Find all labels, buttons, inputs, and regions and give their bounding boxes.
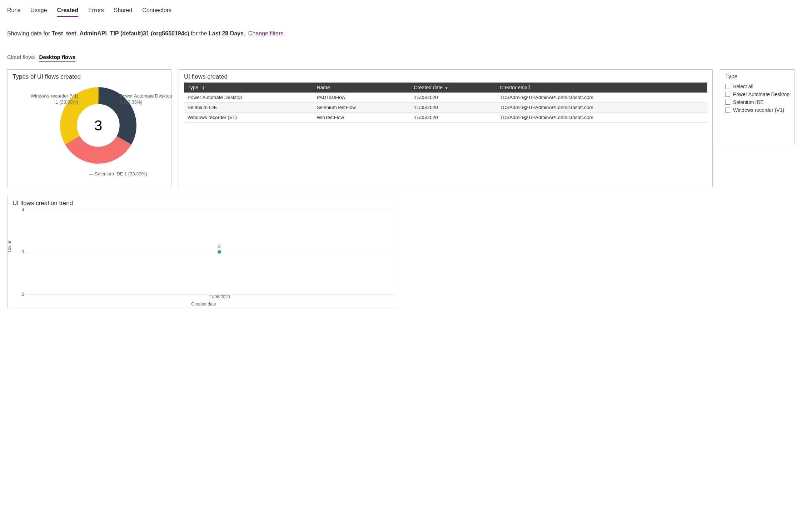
y-axis-label: Count <box>7 240 12 252</box>
cell-name: PADTestFlow <box>313 93 410 103</box>
cell-type: Power Automate Desktop <box>184 93 313 103</box>
donut-label-tick <box>89 170 94 175</box>
donut-label-pad-line2: 1 (33.33%) <box>120 99 143 105</box>
y-tick-2: 2 <box>22 292 24 297</box>
sub-tab-cloud-flows[interactable]: Cloud flows <box>7 54 35 62</box>
filter-mid: for the <box>189 30 209 36</box>
col-header-type[interactable]: Type ▲▼ <box>184 83 313 93</box>
col-header-created-label: Created date <box>414 85 443 90</box>
filter-option-power-automate-desktop[interactable]: Power Automate Desktop <box>725 90 789 98</box>
filter-suffix: . <box>244 30 247 36</box>
checkbox-icon[interactable] <box>725 100 730 105</box>
card-title-types: Types of UI flows created <box>13 73 166 80</box>
cell-email: TCSAdmin@TIPAdminAPI.onmicrosoft.com <box>496 113 707 123</box>
x-axis-label: Created date <box>191 302 216 307</box>
filter-option-select-all[interactable]: Select all <box>725 83 789 90</box>
tab-created[interactable]: Created <box>57 5 79 17</box>
flow-type-tabs: Cloud flows Desktop flows <box>7 54 795 62</box>
y-tick-3: 3 <box>22 249 24 254</box>
ui-flows-table: Type ▲▼ Name Created date ▾ Creator emai… <box>184 83 707 123</box>
cell-name: SeleniumTestFlow <box>313 103 410 113</box>
checkbox-icon[interactable] <box>725 108 730 113</box>
col-header-type-label: Type <box>188 85 198 90</box>
col-header-name[interactable]: Name <box>313 83 410 93</box>
tab-errors[interactable]: Errors <box>88 5 104 17</box>
filter-option-label: Selenium IDE <box>733 99 764 105</box>
top-tabs: Runs Usage Created Errors Shared Connect… <box>7 4 795 17</box>
cell-created: 11/05/2020 <box>410 113 496 123</box>
card-type-filter: Type Select all Power Automate Desktop S… <box>720 69 795 145</box>
tab-usage[interactable]: Usage <box>30 5 47 17</box>
tab-connectors[interactable]: Connectors <box>142 5 171 17</box>
filter-env: Test_test_AdminAPI_TIP (default)31 (org5… <box>52 30 189 36</box>
data-point[interactable] <box>218 250 221 254</box>
cell-name: WinTestFlow <box>313 113 410 123</box>
table-row[interactable]: Power Automate Desktop PADTestFlow 11/05… <box>184 93 707 103</box>
sub-tab-desktop-flows[interactable]: Desktop flows <box>39 54 76 62</box>
chevron-down-icon: ▾ <box>445 86 448 90</box>
data-point-label: 3 <box>218 244 221 249</box>
donut-label-pad-line1: Power Automate Desktop <box>120 93 172 99</box>
tab-runs[interactable]: Runs <box>7 5 20 17</box>
filter-summary: Showing data for Test_test_AdminAPI_TIP … <box>7 30 795 37</box>
donut-label-wr-line1: Windows recorder (V1) <box>31 93 78 99</box>
y-tick-4: 4 <box>22 207 24 212</box>
filter-range: Last 28 Days <box>209 30 244 36</box>
cell-type: Selenium IDE <box>184 103 313 113</box>
donut-label-wr-line2: 1 (33.33%) <box>55 99 78 105</box>
col-header-creator-email[interactable]: Creator email <box>496 83 707 93</box>
card-title-trend: UI flows creation trend <box>13 200 395 207</box>
cell-created: 11/05/2020 <box>410 103 496 113</box>
gridline <box>27 210 395 210</box>
change-filters-link[interactable]: Change filters <box>248 30 284 36</box>
sort-icon: ▲▼ <box>202 86 205 90</box>
card-ui-flows-created: UI flows created Type ▲▼ Name Created da… <box>179 69 713 187</box>
donut-label-windows-recorder: Windows recorder (V1) 1 (33.33%) <box>21 93 78 105</box>
donut-label-power-automate-desktop: Power Automate Desktop 1 (33.33%) <box>120 93 177 105</box>
col-header-created-date[interactable]: Created date ▾ <box>410 83 496 93</box>
donut-label-selenium-ide: Selenium IDE 1 (33.33%) <box>95 171 147 177</box>
cell-type: Windows recorder (V1) <box>184 113 313 123</box>
table-row[interactable]: Windows recorder (V1) WinTestFlow 11/05/… <box>184 113 707 123</box>
checkbox-icon[interactable] <box>725 84 730 89</box>
cell-email: TCSAdmin@TIPAdminAPI.onmicrosoft.com <box>496 93 707 103</box>
filter-option-selenium-ide[interactable]: Selenium IDE <box>725 98 789 106</box>
table-row[interactable]: Selenium IDE SeleniumTestFlow 11/05/2020… <box>184 103 707 113</box>
checkbox-icon[interactable] <box>725 92 730 97</box>
donut-chart[interactable]: 3 Windows recorder (V1) 1 (33.33%) Power… <box>13 83 166 175</box>
filter-prefix: Showing data for <box>7 30 52 36</box>
filter-option-label: Windows recorder (V1) <box>733 107 784 113</box>
filter-title: Type <box>725 73 789 80</box>
card-types-of-ui-flows: Types of UI flows created 3 Windows reco… <box>7 69 171 187</box>
filter-option-label: Power Automate Desktop <box>733 91 789 97</box>
x-tick-label: 11/06/2020 <box>209 294 230 299</box>
tab-shared[interactable]: Shared <box>114 5 133 17</box>
card-ui-flows-creation-trend: UI flows creation trend Count Created da… <box>7 196 400 308</box>
filter-option-windows-recorder[interactable]: Windows recorder (V1) <box>725 106 789 114</box>
gridline <box>27 252 395 252</box>
filter-option-label: Select all <box>733 84 753 89</box>
cell-created: 11/05/2020 <box>410 93 496 103</box>
cell-email: TCSAdmin@TIPAdminAPI.onmicrosoft.com <box>496 103 707 113</box>
card-title-table: UI flows created <box>184 73 707 80</box>
